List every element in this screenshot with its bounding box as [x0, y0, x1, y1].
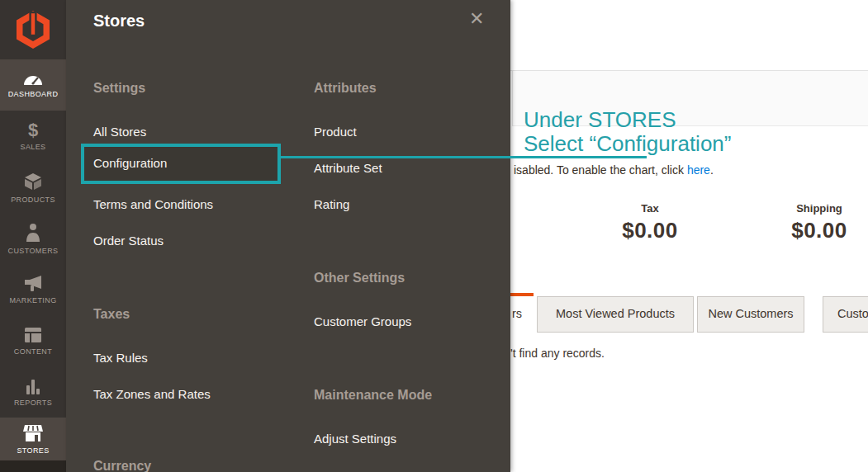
sidebar-label: CONTENT [14, 347, 52, 356]
sidebar-label: MARKETING [9, 296, 56, 304]
bar-chart-icon [24, 378, 42, 394]
sidebar-item-content[interactable]: CONTENT [0, 315, 66, 366]
layout-icon [24, 327, 42, 343]
chart-notice-text: isabled. To enable the chart, click [514, 163, 687, 177]
sidebar-item-customers[interactable]: CUSTOMERS [0, 213, 66, 264]
menu-item-tax-rules[interactable]: Tax Rules [93, 351, 148, 365]
menu-item-attribute-set[interactable]: Attribute Set [314, 161, 382, 175]
stat-tax-value: $0.00 [588, 218, 712, 243]
storefront-icon [22, 424, 44, 442]
section-header-currency: Currency [93, 459, 151, 472]
sidebar-item-products[interactable]: PRODUCTS [0, 162, 66, 213]
menu-item-rating[interactable]: Rating [314, 197, 349, 211]
megaphone-icon [23, 276, 43, 292]
sidebar-item-dashboard[interactable]: DASHBOARD [0, 59, 66, 111]
sidebar-item-stores[interactable]: STORES [0, 418, 66, 460]
menu-item-order-status[interactable]: Order Status [93, 234, 164, 248]
menu-item-configuration[interactable]: Configuration [93, 156, 167, 170]
sidebar-label: REPORTS [14, 399, 52, 407]
menu-item-adjust-settings[interactable]: Adjust Settings [314, 432, 396, 446]
annotation-text-line2: Select “Configuration” [524, 131, 731, 157]
menu-item-customer-groups[interactable]: Customer Groups [314, 314, 411, 328]
gauge-icon [23, 72, 43, 86]
menu-item-terms-and-conditions[interactable]: Terms and Conditions [93, 197, 213, 211]
menu-item-product[interactable]: Product [314, 125, 357, 139]
section-header-taxes: Taxes [93, 307, 130, 322]
menu-item-all-stores[interactable]: All Stores [93, 125, 146, 139]
dollar-icon: $ [28, 122, 38, 139]
admin-sidebar: DASHBOARD $ SALES PRODUCTS CUSTOMERS [0, 0, 66, 472]
no-records-message: 't find any records. [510, 347, 605, 360]
magento-logo-icon [16, 10, 50, 50]
sidebar-item-sales[interactable]: $ SALES [0, 111, 66, 162]
section-header-settings: Settings [93, 81, 145, 96]
tab-customers[interactable]: Custo [823, 296, 868, 333]
tab-most-viewed-products[interactable]: Most Viewed Products [537, 296, 694, 333]
sidebar-label: STORES [17, 446, 49, 455]
section-header-other-settings: Other Settings [314, 271, 405, 286]
sidebar-label: DASHBOARD [8, 90, 59, 98]
enable-chart-link[interactable]: here [687, 163, 710, 177]
stat-tax-label: Tax [588, 202, 712, 215]
menu-item-tax-zones-and-rates[interactable]: Tax Zones and Rates [93, 387, 211, 401]
sidebar-next-item-partial [0, 460, 66, 472]
stat-shipping-label: Shipping [757, 202, 868, 215]
stat-shipping-value: $0.00 [757, 218, 868, 243]
annotation-connector-line [281, 156, 647, 158]
flyout-title: Stores [93, 12, 145, 31]
stat-tax: Tax $0.00 [588, 202, 712, 243]
section-header-attributes: Attributes [314, 81, 377, 96]
close-icon[interactable]: ✕ [469, 10, 484, 28]
magento-admin-screen: Under STORES Select “Configuration” isab… [0, 0, 868, 472]
tab-new-customers[interactable]: New Customers [697, 296, 804, 333]
stores-flyout-menu: Stores ✕ Settings All Stores Configurati… [66, 0, 510, 472]
magento-logo[interactable] [0, 0, 66, 59]
sidebar-label: CUSTOMERS [8, 247, 59, 255]
chart-notice-suffix: . [710, 163, 714, 177]
person-icon [25, 223, 41, 243]
annotation-text-line1: Under STORES [524, 107, 676, 133]
sidebar-label: PRODUCTS [11, 196, 55, 204]
box-icon [23, 172, 43, 191]
stat-shipping: Shipping $0.00 [757, 202, 868, 243]
chart-disabled-notice: isabled. To enable the chart, click here… [514, 163, 714, 177]
sidebar-item-reports[interactable]: REPORTS [0, 366, 66, 418]
section-header-maintenance-mode: Maintenance Mode [314, 388, 432, 403]
sidebar-label: SALES [20, 143, 45, 151]
sidebar-item-marketing[interactable]: MARKETING [0, 264, 66, 315]
